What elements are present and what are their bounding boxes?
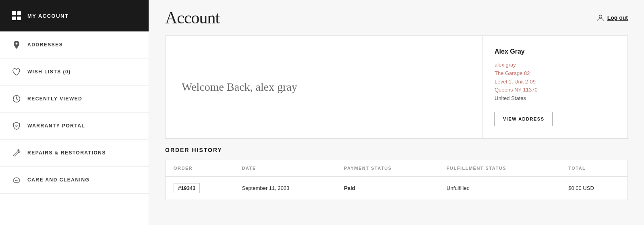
sidebar-repairsrestorations-label: REPAIRS & RESTORATIONS — [27, 150, 106, 156]
address-link3[interactable]: Level 1, Unit 2-09 — [495, 79, 536, 85]
shield-icon — [12, 121, 21, 130]
location-icon — [12, 40, 21, 49]
sidebar-item-myaccount[interactable]: MY ACCOUNT — [0, 0, 149, 31]
sidebar-item-wishlists[interactable]: WISH LISTS (0) — [0, 58, 149, 85]
payment-status-cell: Paid — [336, 176, 439, 200]
sidebar-item-recentlyviewed[interactable]: RECENTLY VIEWED — [0, 85, 149, 112]
address-line3: Level 1, Unit 2-09 — [495, 78, 615, 86]
welcome-text: Welcome Back, alex gray — [182, 81, 297, 94]
address-name: Alex Gray — [495, 48, 615, 55]
wrench-icon — [12, 148, 21, 157]
col-payment-status: PAYMENT STATUS — [336, 160, 439, 176]
sidebar-recentlyviewed-label: RECENTLY VIEWED — [27, 96, 83, 102]
svg-point-1 — [16, 125, 17, 127]
order-number-badge[interactable]: #19343 — [174, 183, 200, 193]
heart-icon — [12, 67, 21, 76]
svg-point-2 — [599, 15, 602, 18]
sidebar-wishlists-label: WISH LISTS (0) — [27, 69, 71, 75]
logout-button[interactable]: Log out — [607, 15, 628, 21]
table-header-row: ORDER DATE PAYMENT STATUS FULFILLMENT ST… — [166, 160, 628, 176]
fulfillment-status-cell: Unfulfilled — [439, 176, 560, 200]
table-row: #19343 September 11, 2023 Paid Unfulfill… — [166, 176, 628, 200]
address-line5: United States — [495, 94, 615, 103]
sidebar-myaccount-label: MY ACCOUNT — [27, 13, 68, 19]
sidebar-warrantyportal-label: WARRANTY PORTAL — [27, 123, 85, 129]
address-line1: alex gray — [495, 61, 615, 69]
address-link2[interactable]: The Garage 82 — [495, 70, 530, 76]
sidebar-addresses-label: ADDRESSES — [27, 42, 63, 48]
clock-icon — [12, 94, 21, 103]
col-fulfillment-status: FULFILLMENT STATUS — [439, 160, 560, 176]
sidebar-item-careandcleaning[interactable]: CARE AND CLEANING — [0, 167, 149, 194]
order-date-cell: September 11, 2023 — [234, 176, 336, 200]
user-icon — [597, 14, 604, 21]
sidebar: MY ACCOUNT ADDRESSES WISH LISTS (0) RECE… — [0, 0, 149, 225]
address-link1[interactable]: alex gray — [495, 62, 516, 68]
address-card: Alex Gray alex gray The Garage 82 Level … — [482, 36, 627, 138]
sidebar-item-warrantyportal[interactable]: WARRANTY PORTAL — [0, 112, 149, 140]
address-link4[interactable]: Queens NY 11370 — [495, 87, 538, 93]
sidebar-item-addresses[interactable]: ADDRESSES — [0, 31, 149, 58]
address-line2: The Garage 82 — [495, 69, 615, 78]
sidebar-careandcleaning-label: CARE AND CLEANING — [27, 177, 89, 183]
top-header: Account Log out — [149, 0, 644, 31]
order-table: ORDER DATE PAYMENT STATUS FULFILLMENT ST… — [165, 160, 628, 200]
order-history-title: ORDER HISTORY — [165, 147, 628, 153]
logout-area: Log out — [597, 14, 628, 21]
total-cell: $0.00 USD — [560, 176, 627, 200]
order-number-cell: #19343 — [166, 176, 234, 200]
sidebar-item-repairsrestorations[interactable]: REPAIRS & RESTORATIONS — [0, 140, 149, 167]
col-order: ORDER — [166, 160, 234, 176]
address-line4: Queens NY 11370 — [495, 86, 615, 94]
view-address-button[interactable]: VIEW ADDRESS — [495, 112, 553, 126]
grid-icon — [12, 11, 21, 20]
col-date: DATE — [234, 160, 336, 176]
col-total: TOTAL — [560, 160, 627, 176]
cleaning-icon — [12, 175, 21, 184]
main-content: Account Log out Welcome Back, alex gray … — [149, 0, 644, 225]
welcome-card: Welcome Back, alex gray — [166, 36, 482, 138]
page-title: Account — [165, 8, 219, 27]
cards-row: Welcome Back, alex gray Alex Gray alex g… — [165, 35, 628, 139]
order-history-section: ORDER HISTORY ORDER DATE PAYMENT STATUS … — [165, 147, 628, 200]
